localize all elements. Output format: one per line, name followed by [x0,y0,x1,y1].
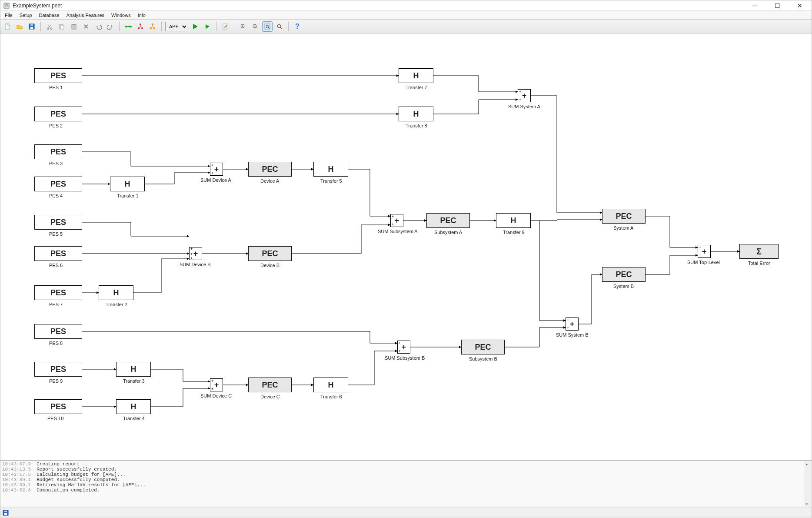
svg-rect-8 [61,25,64,29]
block-pec-subsystem-b[interactable]: PEC [461,340,505,354]
analysis-type-select[interactable]: APE [165,22,188,31]
block-pes-3[interactable]: PES [34,144,82,159]
tree-orange-icon[interactable] [147,21,158,32]
menu-database[interactable]: Database [36,12,62,19]
close-button[interactable]: ✕ [792,1,807,10]
block-transfer-7[interactable]: H [399,68,433,83]
label-pec-device-b: Device B [260,263,280,268]
log-ts: 10:43:52.6 [2,488,31,493]
copy-icon[interactable] [57,21,67,32]
block-sum-device-b[interactable]: ++++ [189,247,202,260]
block-pec-device-c[interactable]: PEC [248,378,292,392]
log-ts: 10:43:39.1 [2,482,31,488]
paste-icon[interactable] [69,21,79,32]
log-console[interactable]: 10:43:07.9 Creating report... 10:43:13.5… [0,460,812,508]
svg-rect-29 [4,511,7,512]
block-pes-5[interactable]: PES [34,215,82,230]
block-sum-subsystem-a[interactable]: +++ [390,214,403,227]
block-pes-9[interactable]: PES [34,362,82,377]
label-transfer-2: Transfer 2 [106,302,127,307]
block-transfer-1[interactable]: H [110,177,145,191]
zoom-fit-icon[interactable] [262,21,273,32]
cut-icon[interactable] [44,21,55,32]
statusbar-save-icon[interactable] [2,509,9,516]
play-filled-icon[interactable] [202,21,213,32]
block-transfer-5[interactable]: H [313,162,348,177]
toolbar-sep [161,22,162,31]
wires [0,33,812,460]
block-pes-1[interactable]: PES [34,68,82,83]
label-pes-1: PES 1 [49,85,63,90]
block-pes-7[interactable]: PES [34,285,82,300]
toolbar-sep [288,22,289,31]
titlebar: ExampleSystem.peet ─ ☐ ✕ [0,0,812,11]
menu-file[interactable]: File [2,12,15,19]
menu-windows[interactable]: Windows [109,12,133,19]
redo-icon[interactable] [105,21,116,32]
scroll-up-icon[interactable]: ▴ [804,461,809,467]
svg-rect-13 [127,26,130,27]
label-pec-subsystem-b: Subsystem B [469,356,497,361]
label-pec-system-a: System A [613,225,633,231]
block-transfer-4[interactable]: H [116,399,151,414]
block-sum-subsystem-b[interactable]: +++ [397,341,410,354]
statusbar [0,508,812,517]
minimize-button[interactable]: ─ [747,1,762,10]
menu-setup[interactable]: Setup [17,12,35,19]
block-pes-6[interactable]: PES [34,246,82,261]
link-green-icon[interactable] [123,21,133,32]
block-sum-device-a[interactable]: +++ [210,163,223,176]
block-total-error[interactable]: Σ [739,244,779,259]
block-sum-system-a[interactable]: +++ [518,89,531,102]
tree-red-icon[interactable] [135,21,146,32]
label-pec-device-c: Device C [260,394,280,399]
block-transfer-3[interactable]: H [116,362,151,377]
label-transfer-4: Transfer 4 [123,416,145,421]
block-sum-top-level[interactable]: +++ [698,245,711,258]
console-scrollbar[interactable]: ▴ ▾ [804,461,811,507]
edit-doc-icon[interactable] [220,21,230,32]
scroll-down-icon[interactable]: ▾ [804,501,809,507]
menu-analysis-features[interactable]: Analysis Features [64,12,107,19]
block-sum-device-c[interactable]: +++ [210,378,223,391]
block-transfer-2[interactable]: H [99,285,133,300]
svg-rect-4 [30,24,33,26]
zoom-region-icon[interactable] [274,21,285,32]
block-pes-8[interactable]: PES [34,324,82,339]
label-pec-device-a: Device A [260,178,279,184]
label-sum-subsystem-a: SUM Subsystem A [378,229,418,234]
block-pes-4[interactable]: PES [34,177,82,191]
zoom-out-icon[interactable] [250,21,260,32]
diagram-canvas[interactable]: PES PES 1 PES PES 2 PES PES 3 PES PES 4 … [0,33,812,460]
block-pes-10[interactable]: PES [34,399,82,414]
toolbar-sep [234,22,234,31]
open-folder-icon[interactable] [14,21,25,32]
block-pec-system-b[interactable]: PEC [602,267,646,282]
block-transfer-6[interactable]: H [313,378,348,392]
log-ts: 10:43:39.1 [2,477,31,482]
menu-info[interactable]: Info [135,12,148,19]
block-pec-subsystem-a[interactable]: PEC [426,213,470,228]
undo-icon[interactable] [93,21,103,32]
block-sum-system-b[interactable]: +++ [566,317,579,331]
label-total-error: Total Error [748,261,770,266]
maximize-button[interactable]: ☐ [770,1,785,10]
label-pes-2: PES 2 [49,123,63,128]
label-sum-device-c: SUM Device C [200,393,232,398]
new-file-icon[interactable] [2,21,13,32]
block-pes-2[interactable]: PES [34,107,82,121]
delete-icon[interactable] [81,21,91,32]
save-disk-icon[interactable] [27,21,37,32]
block-pec-device-b[interactable]: PEC [248,246,292,261]
block-pec-device-a[interactable]: PEC [248,162,292,177]
label-transfer-9: Transfer 9 [503,230,525,235]
block-pec-system-a[interactable]: PEC [602,209,646,224]
help-icon[interactable]: ? [292,21,303,32]
label-pes-10: PES 10 [47,416,63,421]
zoom-in-icon[interactable] [238,21,248,32]
label-transfer-8: Transfer 8 [406,123,427,128]
block-transfer-8[interactable]: H [399,107,433,121]
play-outline-icon[interactable] [190,21,200,32]
toolbar-sep [216,22,216,31]
block-transfer-9[interactable]: H [496,213,531,228]
